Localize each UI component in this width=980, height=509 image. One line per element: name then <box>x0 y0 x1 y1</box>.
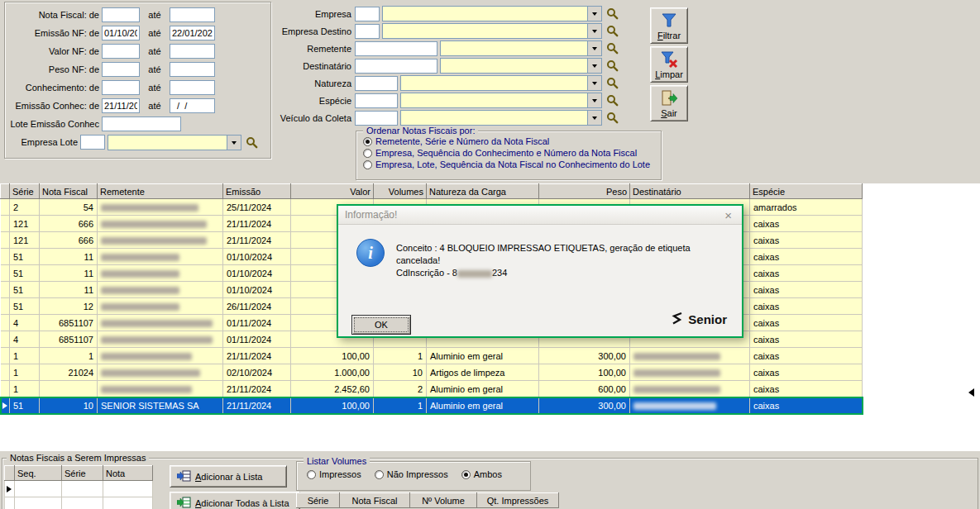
empresa-lote-combo[interactable] <box>108 135 241 150</box>
add-all-to-list-button[interactable]: Adicionar Todas à Lista <box>170 492 300 509</box>
grid-cell[interactable]: caixas <box>750 298 863 315</box>
grid-cell[interactable]: Aluminio em geral <box>427 381 539 397</box>
field-code-input[interactable] <box>355 7 380 21</box>
radio-button[interactable] <box>363 137 372 146</box>
chevron-down-icon[interactable] <box>227 136 241 150</box>
grid-cell[interactable]: 121 <box>10 216 40 232</box>
grid-cell[interactable] <box>98 265 223 282</box>
filter-to-input[interactable] <box>170 80 215 95</box>
filter-to-input[interactable] <box>170 62 215 77</box>
chevron-down-icon[interactable] <box>587 7 601 21</box>
grid-cell[interactable]: 1 <box>10 364 40 381</box>
grid-cell[interactable]: caixas <box>750 364 863 381</box>
grid-cell[interactable]: 10 <box>40 397 98 414</box>
filter-from-input[interactable] <box>102 62 140 77</box>
chevron-down-icon[interactable] <box>587 24 601 38</box>
magnifier-icon[interactable] <box>606 59 619 72</box>
order-option[interactable]: Empresa, Lote, Sequência da Nota Fiscal … <box>356 159 661 170</box>
grid-row-selected[interactable]: 5110SENIOR SISTEMAS SA21/11/2024100,001A… <box>1 397 863 414</box>
grid-cell[interactable] <box>98 282 223 298</box>
column-header[interactable]: Nº Volume <box>410 493 477 508</box>
grid-cell[interactable] <box>98 199 223 216</box>
queue-cell[interactable] <box>103 497 153 509</box>
grid-cell[interactable] <box>98 381 223 397</box>
grid-cell[interactable]: 11 <box>40 265 98 282</box>
grid-cell[interactable]: 2.452,60 <box>291 381 374 397</box>
grid-cell[interactable]: 2 <box>10 199 40 216</box>
grid-cell[interactable]: 54 <box>40 199 98 216</box>
chevron-down-icon[interactable] <box>587 93 601 107</box>
column-header[interactable]: Seq. <box>15 466 62 481</box>
grid-cell[interactable] <box>40 381 98 397</box>
lote-emissao-input[interactable] <box>102 117 181 131</box>
grid-cell[interactable]: 6851107 <box>40 331 98 348</box>
column-header[interactable]: Qt. Impressões <box>477 493 559 508</box>
grid-cell[interactable]: 21024 <box>40 364 98 381</box>
column-header[interactable]: Volumes <box>374 184 427 199</box>
column-header[interactable]: Natureza da Carga <box>427 184 539 199</box>
grid-cell[interactable]: 51 <box>10 298 40 315</box>
field-combo[interactable] <box>400 75 602 91</box>
grid-cell[interactable]: Aluminio em geral <box>427 397 539 414</box>
grid-cell[interactable]: 51 <box>10 265 40 282</box>
grid-cell[interactable]: 01/11/2024 <box>223 331 291 348</box>
grid-cell[interactable]: caixas <box>750 315 863 331</box>
grid-cell[interactable]: 51 <box>10 397 40 414</box>
chevron-down-icon[interactable] <box>587 76 601 90</box>
column-header[interactable]: Série <box>297 493 340 508</box>
grid-cell[interactable]: amarrados <box>750 199 863 216</box>
dialog-titlebar[interactable]: Informação! × <box>338 206 742 225</box>
grid-cell[interactable]: 01/10/2024 <box>223 265 291 282</box>
column-header[interactable]: Nota <box>103 466 153 481</box>
radio-button[interactable] <box>307 470 316 479</box>
grid-cell[interactable]: caixas <box>750 331 863 348</box>
grid-cell[interactable]: 11 <box>40 282 98 298</box>
chevron-down-icon[interactable] <box>587 111 601 125</box>
grid-cell[interactable]: 121 <box>10 232 40 249</box>
field-combo[interactable] <box>400 93 602 108</box>
grid-row[interactable]: 121/11/20242.452,602Aluminio em geral600… <box>1 381 863 397</box>
queue-cell[interactable] <box>103 481 153 497</box>
grid-cell[interactable]: 100,00 <box>539 364 630 381</box>
column-header[interactable]: Série <box>62 466 103 481</box>
grid-scroll-arrow[interactable] <box>968 388 974 397</box>
volume-option[interactable]: Impressos <box>307 469 361 479</box>
grid-cell[interactable]: 21/11/2024 <box>223 381 291 397</box>
grid-cell[interactable] <box>98 315 223 331</box>
filter-to-input[interactable] <box>170 7 215 22</box>
grid-cell[interactable]: 100,00 <box>291 397 374 414</box>
limpar-button[interactable]: Limpar <box>650 46 688 83</box>
magnifier-icon[interactable] <box>246 136 258 149</box>
grid-cell[interactable]: 4 <box>10 315 40 331</box>
grid-cell[interactable] <box>98 216 223 232</box>
grid-cell[interactable]: 51 <box>10 249 40 265</box>
grid-cell[interactable]: caixas <box>750 216 863 232</box>
grid-cell[interactable]: 21/11/2024 <box>223 348 291 364</box>
column-header[interactable]: Série <box>10 184 40 199</box>
grid-cell[interactable]: 1 <box>374 348 427 364</box>
grid-cell[interactable]: 10 <box>374 364 427 381</box>
queue-cell[interactable] <box>15 497 62 509</box>
column-header[interactable]: Nota Fiscal <box>340 493 410 508</box>
grid-cell[interactable] <box>98 249 223 265</box>
grid-cell[interactable]: 11 <box>40 249 98 265</box>
grid-cell[interactable]: 6851107 <box>40 315 98 331</box>
close-icon[interactable]: × <box>721 209 735 221</box>
grid-cell[interactable] <box>98 298 223 315</box>
grid-cell[interactable]: 300,00 <box>539 348 630 364</box>
queue-cell[interactable] <box>62 497 103 509</box>
magnifier-icon[interactable] <box>606 42 619 55</box>
magnifier-icon[interactable] <box>606 112 619 124</box>
grid-cell[interactable]: Artigos de limpeza <box>427 364 539 381</box>
grid-cell[interactable]: 1.000,00 <box>291 364 374 381</box>
grid-cell[interactable] <box>630 381 750 397</box>
grid-cell[interactable] <box>630 364 750 381</box>
grid-cell[interactable] <box>630 348 750 364</box>
field-combo[interactable] <box>382 6 602 21</box>
grid-cell[interactable]: 26/11/2024 <box>223 298 291 315</box>
grid-cell[interactable]: 12 <box>40 298 98 315</box>
chevron-down-icon[interactable] <box>587 41 601 55</box>
grid-cell[interactable]: 21/11/2024 <box>223 232 291 249</box>
field-combo[interactable] <box>382 23 602 39</box>
grid-cell[interactable]: 666 <box>40 232 98 249</box>
